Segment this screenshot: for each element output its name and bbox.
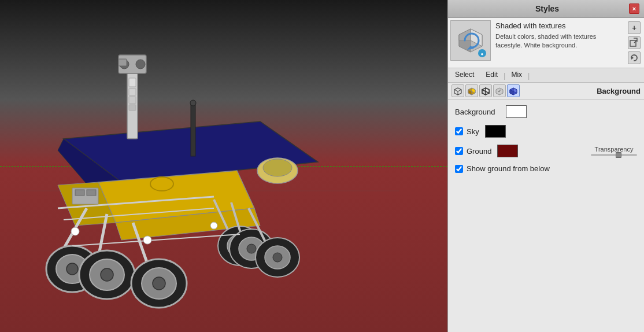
tab-edit[interactable]: Edit [481,68,502,82]
svg-line-66 [458,90,461,91]
background-color-swatch[interactable] [506,105,527,118]
tab-separator-2: | [502,71,506,80]
svg-point-19 [66,263,78,275]
style-description: Default colors, shaded with textures fac… [493,32,624,50]
svg-rect-47 [129,88,136,95]
styles-panel: Styles × ● Shaded with textures Default [447,0,644,332]
update-icon [629,38,639,48]
svg-point-9 [136,60,145,69]
shaded-cube-icon-btn[interactable] [465,84,478,97]
svg-rect-53 [87,190,96,195]
svg-point-45 [210,222,217,229]
svg-rect-48 [129,97,136,104]
ground-row: Ground Transparency [455,145,637,157]
add-style-button[interactable]: + [628,21,641,34]
svg-rect-46 [129,78,136,87]
svg-point-27 [153,277,165,290]
shaded-cube-icon [467,86,476,95]
tab-separator-3: | [527,71,531,80]
shaded-edges-icon [481,86,490,95]
wire-cube-icon [453,86,462,95]
close-button[interactable]: × [629,3,639,14]
transparency-group: Transparency [591,146,637,156]
svg-line-65 [454,90,458,91]
sky-row: Sky [455,125,637,138]
svg-text:●: ● [481,51,484,57]
checkmark-icon: ✓ [495,86,504,95]
svg-point-12 [190,100,196,106]
sky-checkbox[interactable] [455,127,463,135]
transparency-label: Transparency [595,146,634,153]
rover-svg [17,29,399,312]
refresh-icon [630,53,639,62]
panel-title: Styles [465,4,629,13]
svg-point-35 [247,244,256,253]
background-row: Background [455,105,637,118]
viewport [0,0,447,332]
svg-marker-63 [631,56,634,60]
ground-checkbox[interactable] [455,147,463,155]
tab-select[interactable]: Select [450,68,479,82]
svg-rect-49 [129,105,136,110]
transparency-slider[interactable] [591,154,637,156]
show-ground-row: Show ground from below [455,164,637,173]
svg-text:✓: ✓ [498,88,502,94]
content-area: Background Sky Ground Transparency [448,99,644,332]
svg-point-43 [71,227,79,235]
style-thumbnail-icon: ● [453,23,488,58]
sky-color-swatch[interactable] [485,125,506,138]
svg-point-50 [150,177,173,191]
style-info: Shaded with textures Default colors, sha… [493,20,624,65]
style-name: Shaded with textures [493,20,624,31]
icon-group: ✓ [451,84,520,97]
tab-mix[interactable]: Mix [506,68,527,82]
style-preview: ● Shaded with textures Default colors, s… [448,18,644,68]
ground-label: Ground [467,147,491,156]
svg-rect-10 [119,59,127,66]
icons-row: ✓ Background [448,83,644,99]
refresh-style-button[interactable] [628,51,641,64]
shaded-edges-icon-btn[interactable] [479,84,492,97]
side-buttons: + [627,20,642,65]
svg-rect-52 [75,190,84,195]
show-ground-checkbox[interactable] [455,165,463,173]
checkmark-icon-btn[interactable]: ✓ [493,84,506,97]
background-label: Background [455,108,501,116]
ground-color-swatch[interactable] [497,145,518,157]
color-cube-icon-btn[interactable] [507,84,520,97]
svg-point-44 [143,236,151,244]
tabs-row: Select Edit | Mix | [448,68,644,83]
show-ground-label: Show ground from below [467,164,550,173]
svg-point-39 [273,253,282,262]
sky-label: Sky [467,127,479,136]
wire-cube-icon-btn[interactable] [451,84,464,97]
panel-titlebar: Styles × [448,0,644,18]
color-cube-icon [509,86,518,95]
transparency-slider-thumb [616,152,621,158]
svg-rect-11 [191,104,195,156]
svg-point-23 [101,268,113,281]
update-style-button[interactable] [628,36,641,49]
svg-point-14 [263,159,292,176]
style-thumbnail: ● [450,20,491,61]
section-label: Background [597,87,641,95]
